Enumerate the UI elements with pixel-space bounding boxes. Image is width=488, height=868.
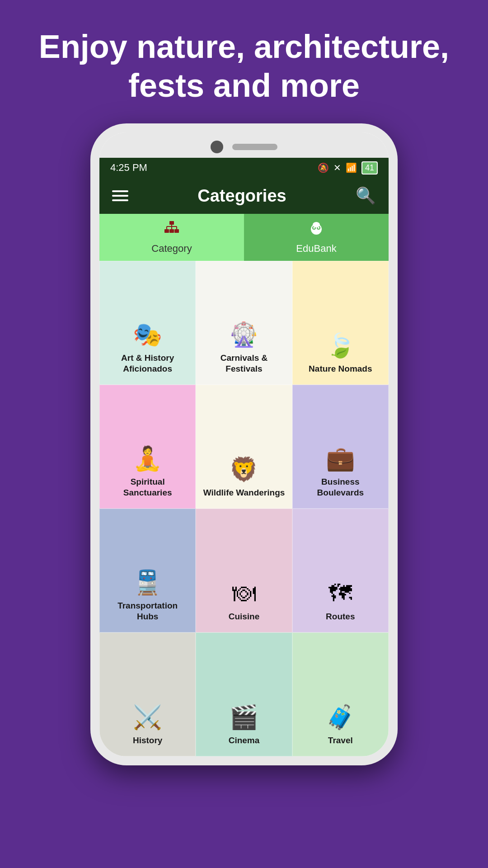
routes-icon: 🗺: [328, 581, 352, 605]
svg-point-13: [318, 227, 319, 229]
category-cinema[interactable]: 🎬 Cinema: [196, 632, 292, 756]
business-label: Business Boulevards: [300, 476, 381, 498]
hero-section: Enjoy nature, architecture, fests and mo…: [0, 0, 488, 123]
category-travel[interactable]: 🧳 Travel: [292, 632, 389, 756]
svg-point-14: [313, 222, 320, 227]
edubank-tab-label: EduBank: [296, 243, 336, 255]
phone-frame: 4:25 PM 🔕 ✕ 📶 41 Categories 🔍: [90, 123, 398, 765]
transportation-label: Transportation Hubs: [107, 600, 188, 622]
svg-rect-0: [169, 221, 174, 225]
menu-button[interactable]: [112, 190, 128, 201]
notification-icon: 🔕: [318, 162, 329, 173]
business-icon: 💼: [326, 447, 355, 470]
nature-nomads-label: Nature Nomads: [309, 363, 372, 374]
category-spiritual[interactable]: 🧘 Spiritual Sanctuaries: [99, 385, 196, 509]
history-label: History: [133, 735, 162, 746]
status-bar: 4:25 PM 🔕 ✕ 📶 41: [99, 158, 389, 178]
travel-icon: 🧳: [326, 705, 355, 729]
svg-rect-3: [174, 229, 179, 233]
wifi-icon: 📶: [346, 162, 357, 173]
search-button[interactable]: 🔍: [356, 186, 376, 205]
cinema-icon: 🎬: [229, 705, 258, 729]
travel-label: Travel: [328, 735, 353, 746]
category-art-history[interactable]: 🎭 Art & History Aficionados: [99, 261, 196, 385]
app-bar: Categories 🔍: [99, 178, 389, 214]
category-cuisine[interactable]: 🍽 Cuisine: [196, 509, 292, 632]
category-history[interactable]: ⚔️ History: [99, 632, 196, 756]
history-icon: ⚔️: [133, 705, 162, 729]
transportation-icon: 🚆: [133, 571, 162, 594]
art-history-icon: 🎭: [133, 323, 162, 346]
edubank-icon: [308, 220, 324, 240]
camera: [211, 141, 223, 153]
category-wildlife[interactable]: 🦁 Wildlife Wanderings: [196, 385, 292, 509]
page-title: Categories: [197, 186, 286, 206]
category-routes[interactable]: 🗺 Routes: [292, 509, 389, 632]
time-display: 4:25 PM: [110, 162, 147, 174]
status-icons: 🔕 ✕ 📶 41: [318, 161, 378, 175]
tab-category[interactable]: Category: [99, 214, 244, 261]
spiritual-icon: 🧘: [133, 447, 162, 470]
cuisine-label: Cuisine: [229, 611, 260, 622]
carnivals-icon: 🎡: [229, 323, 258, 346]
bottom-nav: Category EduBank: [99, 214, 389, 261]
art-history-label: Art & History Aficionados: [107, 353, 188, 374]
speaker: [232, 144, 277, 150]
battery-indicator: 41: [361, 161, 378, 175]
nature-nomads-icon: 🍃: [326, 334, 355, 357]
tab-edubank[interactable]: EduBank: [244, 214, 389, 261]
wildlife-icon: 🦁: [229, 458, 258, 481]
cuisine-icon: 🍽: [232, 581, 256, 605]
category-business[interactable]: 💼 Business Boulevards: [292, 385, 389, 509]
svg-rect-1: [164, 229, 169, 233]
spiritual-label: Spiritual Sanctuaries: [107, 476, 188, 498]
routes-label: Routes: [326, 611, 355, 622]
wildlife-label: Wildlife Wanderings: [203, 487, 285, 498]
svg-rect-2: [169, 229, 174, 233]
cinema-label: Cinema: [229, 735, 260, 746]
phone-top-bar: [99, 132, 389, 158]
category-tab-label: Category: [151, 243, 192, 255]
svg-point-12: [313, 227, 315, 229]
category-carnivals[interactable]: 🎡 Carnivals & Festivals: [196, 261, 292, 385]
category-transportation[interactable]: 🚆 Transportation Hubs: [99, 509, 196, 632]
category-icon: [164, 220, 180, 240]
category-nature-nomads[interactable]: 🍃 Nature Nomads: [292, 261, 389, 385]
categories-grid: 🎭 Art & History Aficionados 🎡 Carnivals …: [99, 261, 389, 756]
phone-screen: 4:25 PM 🔕 ✕ 📶 41 Categories 🔍: [99, 132, 389, 756]
hero-text: Enjoy nature, architecture, fests and mo…: [0, 0, 488, 123]
carnivals-label: Carnivals & Festivals: [203, 353, 285, 374]
sim-icon: ✕: [333, 162, 341, 173]
